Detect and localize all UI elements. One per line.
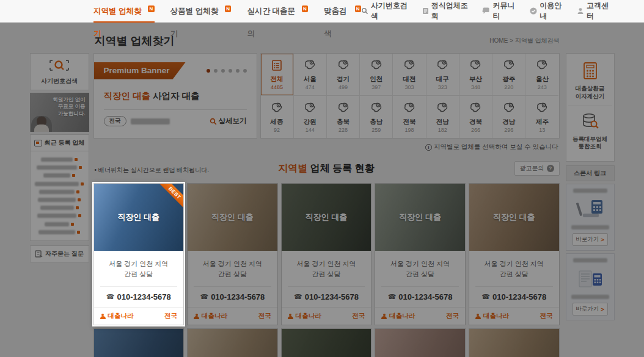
recent-company-item[interactable] <box>34 156 86 164</box>
pagination-dot-3[interactable] <box>221 69 225 73</box>
card-phone-number[interactable]: ☎010-1234-5678 <box>375 287 465 307</box>
recent-company-item[interactable] <box>34 220 86 228</box>
company-card[interactable]: 직장인 대출서울 경기 인천 지역간편 상담☎010-1234-5678대출나라… <box>281 328 372 357</box>
company-card[interactable]: 직장인 대출서울 경기 인천 지역간편 상담☎010-1234-5678대출나라… <box>187 183 278 325</box>
region-cell-전북[interactable]: 전북198 <box>393 96 426 138</box>
region-cell-대구[interactable]: 대구323 <box>426 54 459 96</box>
region-cell-충남[interactable]: 충남259 <box>360 96 393 138</box>
faq-button[interactable]: 자주묻는 질문 <box>30 245 89 262</box>
db-search-icon <box>568 112 612 133</box>
company-card[interactable]: 직장인 대출BEST서울 경기 인천 지역간편 상담☎010-1234-5678… <box>93 183 185 325</box>
region-name: 충남 <box>370 118 382 126</box>
region-cell-충북[interactable]: 충북228 <box>327 96 360 138</box>
card-phone-number[interactable]: ☎010-1234-5678 <box>469 287 559 307</box>
card-photo: 직장인 대출 <box>375 329 465 357</box>
new-badge: N <box>225 5 231 12</box>
card-photo: 직장인 대출 <box>469 329 559 357</box>
recent-company-item[interactable] <box>34 212 86 220</box>
recent-list-icon <box>34 140 42 146</box>
pagination-dot-4[interactable] <box>229 69 232 73</box>
company-card[interactable]: 직장인 대출서울 경기 인천 지역간편 상담☎010-1234-5678대출나라… <box>375 183 466 325</box>
signup-free-promo-banner[interactable]: 회원가입 없이무료로 이용가능합니다. <box>30 93 89 132</box>
recent-company-item[interactable] <box>34 188 86 196</box>
nav-tab-3[interactable]: 실시간 대출문의N <box>247 0 308 23</box>
map-pin-icon <box>302 101 317 117</box>
region-count: 144 <box>306 127 315 133</box>
region-cell-강원[interactable]: 강원144 <box>294 96 327 138</box>
nav-menu-search[interactable]: 사기번호검색 <box>361 1 412 21</box>
region-name: 대구 <box>436 75 449 84</box>
region-cell-경기[interactable]: 경기499 <box>327 54 360 96</box>
recent-company-item[interactable] <box>34 204 86 212</box>
recent-company-item[interactable] <box>34 171 86 179</box>
company-card[interactable]: 직장인 대출서울 경기 인천 지역간편 상담☎010-1234-5678대출나라… <box>187 328 278 357</box>
goto-button[interactable]: 바로가기> <box>573 233 608 246</box>
region-cell-세종[interactable]: 세종92 <box>261 96 294 138</box>
fraud-number-search-button[interactable]: 사기번호검색 <box>30 53 89 90</box>
company-card[interactable]: 직장인 대출서울 경기 인천 지역간편 상담☎010-1234-5678대출나라… <box>93 328 185 357</box>
region-cell-서울[interactable]: 서울474 <box>294 54 327 96</box>
pagination-dot-5[interactable] <box>236 69 240 73</box>
card-company-name[interactable]: 대출나라 <box>100 312 134 320</box>
recent-company-item[interactable] <box>34 180 86 188</box>
recent-company-item[interactable] <box>34 164 86 171</box>
tool-db-search[interactable]: 등록대부업체통합조회 <box>568 106 612 156</box>
card-company-name[interactable]: 대출나라 <box>381 312 415 320</box>
company-card[interactable]: 직장인 대출서울 경기 인천 지역간편 상담☎010-1234-5678대출나라… <box>281 183 372 325</box>
region-cell-부산[interactable]: 부산348 <box>459 54 492 96</box>
region-cell-대전[interactable]: 대전303 <box>393 54 426 96</box>
pagination-dot-6[interactable] <box>243 69 247 73</box>
sponsor-link-2[interactable]: 바로가기> <box>566 253 615 320</box>
region-cell-광주[interactable]: 광주220 <box>492 54 525 96</box>
region-count: 474 <box>306 84 315 90</box>
region-cell-경남[interactable]: 경남296 <box>492 96 525 138</box>
company-card-grid: 직장인 대출BEST서울 경기 인천 지역간편 상담☎010-1234-5678… <box>93 183 560 357</box>
region-name: 인천 <box>370 75 382 84</box>
nav-menu-document[interactable]: 정식업체조회 <box>422 1 473 21</box>
new-marker-icon <box>81 182 84 186</box>
card-phone-number[interactable]: ☎010-1234-5678 <box>282 287 371 307</box>
calculator-icon <box>568 62 612 82</box>
nav-menu-chat[interactable]: 커뮤니티 <box>482 1 520 21</box>
card-company-name[interactable]: 대출나라 <box>475 312 509 320</box>
region-count: 198 <box>404 127 414 133</box>
card-phone-number[interactable]: ☎010-1234-5678 <box>188 287 277 307</box>
sponsor-link-1[interactable]: 바로가기> <box>566 184 615 251</box>
card-photo: 직장인 대출 <box>469 184 559 251</box>
pagination-dot-1[interactable] <box>207 69 210 73</box>
card-phone-number[interactable]: ☎010-1234-5678 <box>94 287 184 307</box>
card-company-name[interactable]: 대출나라 <box>194 312 227 320</box>
premium-banner-card[interactable]: Premium Banner 직장인 대출 사업자 대출 전국 상세보기 <box>93 53 257 139</box>
ad-inquiry-button[interactable]: 광고문의 ? <box>514 161 560 176</box>
region-cell-제주[interactable]: 제주13 <box>525 96 558 138</box>
region-cell-경북[interactable]: 경북266 <box>459 96 492 138</box>
goto-button[interactable]: 바로가기> <box>573 303 608 316</box>
company-text: 대출나라 <box>483 312 509 320</box>
nav-tab-2[interactable]: 상품별 업체찾기N <box>170 0 232 23</box>
region-cell-전체[interactable]: 전체4485 <box>261 54 294 96</box>
nav-menu-person[interactable]: 고객센터 <box>577 1 614 21</box>
listing-title-highlight: 지역별 <box>278 163 307 173</box>
card-company-name[interactable]: 대출나라 <box>288 312 321 320</box>
nav-tab-4[interactable]: 맞춤검색N <box>324 0 361 23</box>
nav-menu-check[interactable]: 이용안내 <box>530 1 567 21</box>
card-footer: 대출나라전국 <box>94 307 184 325</box>
sponsor-links-title: 스폰서 링크 <box>566 165 615 181</box>
recent-company-item[interactable] <box>34 196 86 204</box>
region-cell-전남[interactable]: 전남182 <box>426 96 459 138</box>
company-card[interactable]: 직장인 대출서울 경기 인천 지역간편 상담☎010-1234-5678대출나라… <box>469 328 560 357</box>
map-pin-icon <box>468 59 483 74</box>
tool-calculator[interactable]: 대출상환금이자계산기 <box>568 59 612 106</box>
company-card[interactable]: 직장인 대출서울 경기 인천 지역간편 상담☎010-1234-5678대출나라… <box>375 328 466 357</box>
nav-tabs: 지역별 업체찾기N상품별 업체찾기N실시간 대출문의N맞춤검색N <box>93 0 361 23</box>
card-region-text: 서울 경기 인천 지역간편 상담 <box>375 251 465 279</box>
region-cell-울산[interactable]: 울산243 <box>525 54 558 96</box>
company-card[interactable]: 직장인 대출서울 경기 인천 지역간편 상담☎010-1234-5678대출나라… <box>469 183 560 325</box>
region-cell-인천[interactable]: 인천397 <box>360 54 393 96</box>
nav-tab-1[interactable]: 지역별 업체찾기N <box>93 0 155 23</box>
breadcrumb[interactable]: HOME > 지역별 업체검색 <box>489 37 559 45</box>
person-icon <box>577 7 584 15</box>
detail-view-link[interactable]: 상세보기 <box>210 117 247 126</box>
recent-company-item[interactable] <box>34 228 86 236</box>
pagination-dot-2[interactable] <box>214 69 218 73</box>
